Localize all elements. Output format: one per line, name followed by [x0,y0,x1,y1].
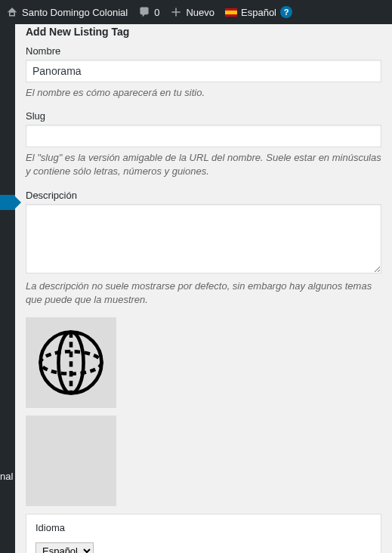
page-title: Add New Listing Tag [26,24,381,38]
slug-input[interactable] [26,125,381,147]
adminbar-comments-count: 0 [154,7,159,18]
name-label: Nombre [26,45,381,57]
home-icon [6,6,18,18]
description-field-group: Descripción La descripción no suele most… [26,190,381,307]
adminbar-language-label: Español [241,7,276,18]
slug-label: Slug [26,110,381,122]
name-field-group: Nombre El nombre es cómo aparecerá en tu… [26,45,381,100]
admin-bar: Santo Domingo Colonial 0 Nuevo Español ? [0,0,392,24]
globe-icon [36,328,106,397]
adminbar-language[interactable]: Español ? [225,6,292,18]
adminbar-new[interactable]: Nuevo [170,6,215,18]
tag-image-placeholder[interactable] [26,416,116,506]
adminbar-comments[interactable]: 0 [138,6,159,18]
description-textarea[interactable] [26,204,381,273]
description-label: Descripción [26,190,381,201]
language-label: Idioma [35,522,372,533]
slug-description: El "slug" es la versión amigable de la U… [26,151,381,178]
name-input[interactable] [26,60,381,82]
sidebar-item-partial[interactable]: nal [0,471,13,482]
adminbar-site-link[interactable]: Santo Domingo Colonial [6,6,128,18]
language-select[interactable]: Español [35,542,94,553]
tag-image-preview[interactable] [26,317,116,408]
plus-icon [170,6,182,18]
description-help: La descripción no suele mostrarse por de… [26,280,381,307]
spain-flag-icon [225,8,237,17]
language-box: Idioma Español [26,514,381,553]
adminbar-new-label: Nuevo [186,7,215,18]
sidebar-current-indicator [0,195,15,210]
comment-icon [138,6,150,18]
main-content: Add New Listing Tag Nombre El nombre es … [15,24,392,553]
adminbar-site-name: Santo Domingo Colonial [22,7,128,18]
slug-field-group: Slug El "slug" es la versión amigable de… [26,110,381,178]
admin-sidebar: nal [0,24,15,553]
help-icon[interactable]: ? [280,6,292,18]
name-description: El nombre es cómo aparecerá en tu sitio. [26,86,381,100]
